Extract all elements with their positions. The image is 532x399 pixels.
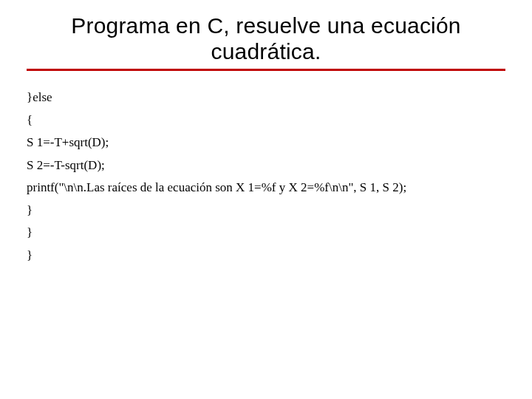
code-line: S 2=-T-sqrt(D); <box>27 158 505 173</box>
title-underline <box>27 69 505 71</box>
code-block: }else { S 1=-T+sqrt(D); S 2=-T-sqrt(D); … <box>27 90 505 262</box>
title-wrap: Programa en C, resuelve una ecuación cua… <box>27 13 505 64</box>
code-line: } <box>27 248 505 263</box>
code-line: } <box>27 225 505 240</box>
code-line: S 1=-T+sqrt(D); <box>27 135 505 150</box>
slide-title: Programa en C, resuelve una ecuación cua… <box>27 13 505 64</box>
code-line: { <box>27 113 505 128</box>
code-line: printf("\n\n.Las raíces de la ecuación s… <box>27 180 505 195</box>
slide: Programa en C, resuelve una ecuación cua… <box>0 0 532 399</box>
code-line: } <box>27 203 505 218</box>
code-line: }else <box>27 90 505 105</box>
